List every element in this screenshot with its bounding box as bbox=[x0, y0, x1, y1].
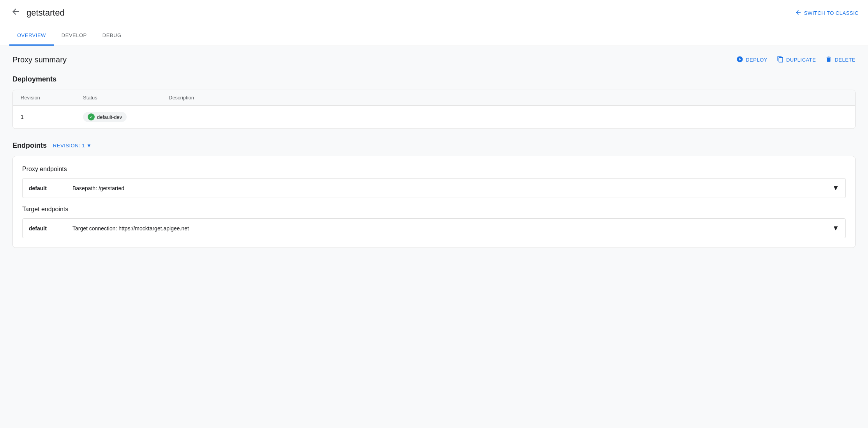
status-label: default-dev bbox=[97, 114, 122, 120]
tabs-bar: OVERVIEW DEVELOP DEBUG bbox=[0, 26, 868, 46]
switch-to-classic-button[interactable]: SWITCH TO CLASSIC bbox=[795, 9, 859, 17]
tab-develop[interactable]: DEVELOP bbox=[54, 26, 95, 46]
status-check-icon: ✓ bbox=[88, 113, 95, 120]
deploy-label: DEPLOY bbox=[746, 57, 767, 63]
proxy-endpoint-name: default bbox=[29, 185, 60, 191]
duplicate-label: DUPLICATE bbox=[786, 57, 816, 63]
tab-debug[interactable]: DEBUG bbox=[95, 26, 129, 46]
col-status: Status bbox=[83, 95, 169, 101]
proxy-endpoint-detail: Basepath: /getstarted bbox=[72, 185, 124, 191]
target-endpoints-title: Target endpoints bbox=[22, 206, 846, 213]
table-row: 1 ✓ default-dev bbox=[13, 106, 855, 129]
deployments-card: Revision Status Description 1 ✓ default-… bbox=[12, 90, 856, 129]
main-content: Proxy summary DEPLOY DUPLICATE bbox=[0, 46, 868, 270]
table-header: Revision Status Description bbox=[13, 90, 855, 106]
proxy-summary-title: Proxy summary bbox=[12, 55, 67, 64]
proxy-endpoints-section: Proxy endpoints default Basepath: /getst… bbox=[22, 166, 846, 198]
proxy-endpoint-row-left: default Basepath: /getstarted bbox=[29, 185, 124, 191]
deployments-section: Deployments Revision Status Description … bbox=[12, 75, 856, 129]
duplicate-icon bbox=[777, 56, 784, 64]
switch-classic-icon bbox=[795, 9, 802, 17]
col-description: Description bbox=[169, 95, 847, 101]
target-endpoints-section: Target endpoints default Target connecti… bbox=[22, 206, 846, 238]
deploy-icon bbox=[736, 56, 743, 64]
target-endpoint-detail: Target connection: https://mocktarget.ap… bbox=[72, 225, 189, 232]
page-title: getstarted bbox=[26, 8, 65, 18]
target-endpoint-name: default bbox=[29, 225, 60, 232]
proxy-endpoint-row[interactable]: default Basepath: /getstarted ▼ bbox=[22, 178, 846, 198]
proxy-summary-header: Proxy summary DEPLOY DUPLICATE bbox=[12, 55, 856, 64]
back-arrow-icon bbox=[11, 7, 20, 19]
delete-label: DELETE bbox=[834, 57, 856, 63]
proxy-expand-icon: ▼ bbox=[832, 184, 839, 192]
status-badge: ✓ default-dev bbox=[83, 112, 127, 122]
endpoints-title: Endpoints bbox=[12, 141, 47, 150]
col-revision: Revision bbox=[21, 95, 83, 101]
deployments-title: Deployments bbox=[12, 75, 856, 83]
endpoints-section: Endpoints REVISION: 1 ▼ Proxy endpoints … bbox=[12, 141, 856, 248]
row-status: ✓ default-dev bbox=[83, 112, 169, 122]
proxy-endpoints-title: Proxy endpoints bbox=[22, 166, 846, 173]
switch-classic-label: SWITCH TO CLASSIC bbox=[804, 10, 859, 16]
endpoints-card: Proxy endpoints default Basepath: /getst… bbox=[12, 156, 856, 248]
action-buttons: DEPLOY DUPLICATE DELETE bbox=[736, 56, 856, 64]
target-expand-icon: ▼ bbox=[832, 224, 839, 232]
revision-dropdown[interactable]: REVISION: 1 ▼ bbox=[53, 143, 92, 149]
target-endpoint-row-left: default Target connection: https://mockt… bbox=[29, 225, 189, 232]
delete-button[interactable]: DELETE bbox=[825, 56, 856, 64]
duplicate-button[interactable]: DUPLICATE bbox=[777, 56, 816, 64]
tab-overview[interactable]: OVERVIEW bbox=[9, 26, 54, 46]
endpoints-header: Endpoints REVISION: 1 ▼ bbox=[12, 141, 856, 150]
chevron-down-icon: ▼ bbox=[86, 143, 92, 149]
row-revision: 1 bbox=[21, 114, 83, 120]
top-bar-left: getstarted bbox=[9, 5, 65, 20]
revision-label: REVISION: 1 bbox=[53, 143, 85, 149]
delete-icon bbox=[825, 56, 832, 64]
top-bar: getstarted SWITCH TO CLASSIC bbox=[0, 0, 868, 26]
target-endpoint-row[interactable]: default Target connection: https://mockt… bbox=[22, 218, 846, 238]
deploy-button[interactable]: DEPLOY bbox=[736, 56, 767, 64]
back-button[interactable] bbox=[9, 5, 22, 20]
